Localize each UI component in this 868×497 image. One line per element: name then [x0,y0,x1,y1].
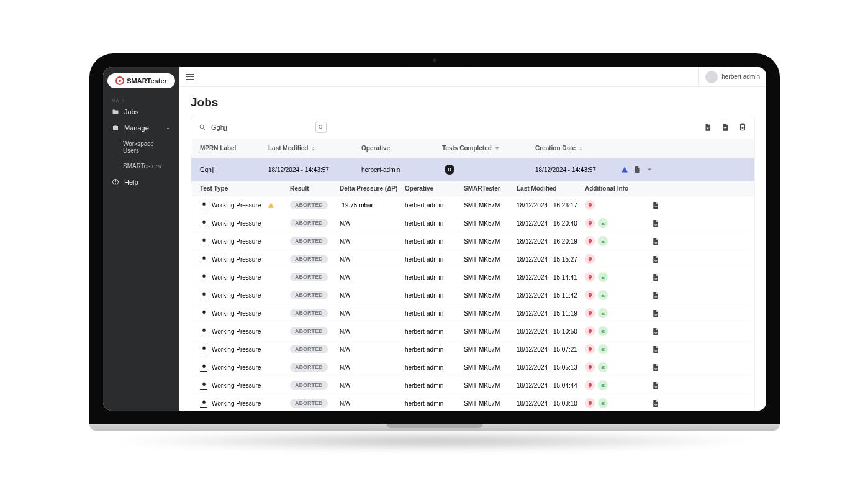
folder-icon [112,108,119,116]
note-icon[interactable] [598,380,608,390]
result-badge: ABORTED [290,273,328,281]
test-row[interactable]: Working PressureABORTEDN/Aherbert-adminS… [191,232,754,250]
test-last-modified: 18/12/2024 - 15:15:27 [517,256,585,263]
location-marker-icon[interactable] [585,272,595,282]
test-row[interactable]: Working PressureABORTEDN/Aherbert-adminS… [191,214,754,232]
pdf-download-icon[interactable] [633,166,641,173]
nav-item-jobs[interactable]: Jobs [103,104,179,120]
test-smartester: SMT-MK57M [464,292,517,299]
delta-value: N/A [340,238,405,245]
note-icon[interactable] [598,218,608,228]
svg-rect-6 [741,124,745,130]
search-button[interactable] [315,122,327,133]
test-row[interactable]: Working PressureABORTEDN/Aherbert-adminS… [191,394,754,411]
pdf-download-icon[interactable]: PDF [651,201,659,209]
note-icon[interactable] [598,290,608,300]
test-row[interactable]: Working PressureABORTEDN/Aherbert-adminS… [191,286,754,304]
pdf-download-icon[interactable]: PDF [651,291,659,299]
col-last-modified[interactable]: Last Modified [268,145,361,152]
topbar: herbert admin [179,67,766,87]
location-marker-icon[interactable] [585,326,595,336]
note-icon[interactable] [598,362,608,372]
pdf-download-icon[interactable]: PDF [651,381,659,390]
nav-label: SMARTesters [123,163,161,170]
nav-item-help[interactable]: Help [103,174,179,190]
menu-toggle-button[interactable] [186,74,194,80]
brand-name: SMARTester [127,77,167,84]
pdf-download-icon[interactable]: PDF [651,237,659,245]
pdf-download-icon[interactable]: PDF [651,273,659,281]
search-icon [199,124,206,131]
result-badge: ABORTED [290,345,328,353]
chevron-down-icon[interactable] [646,166,653,173]
pdf-download-icon[interactable]: PDF [651,345,659,353]
nav-item-manage[interactable]: Manage [103,120,179,136]
nav-item-workspace-users[interactable]: Workspace Users [103,136,179,158]
svg-text:PDF: PDF [654,368,658,370]
test-last-modified: 18/12/2024 - 16:20:40 [517,220,585,227]
delta-value: N/A [340,382,405,389]
note-icon[interactable] [598,344,608,354]
job-row[interactable]: Gghjj 18/12/2024 - 14:43:57 herbert-admi… [191,158,754,181]
col-tests-completed[interactable]: Tests Completed [442,145,535,152]
note-icon[interactable] [598,326,608,336]
briefcase-icon [112,124,119,132]
svg-text:PDF: PDF [654,386,658,388]
location-marker-icon[interactable] [585,398,595,408]
user-menu[interactable]: herbert admin [698,67,760,86]
test-row[interactable]: Working Pressure ABORTED-19.75 mbarherbe… [191,196,754,214]
location-marker-icon[interactable] [585,200,595,210]
flame-icon [200,255,207,263]
test-row[interactable]: Working PressureABORTEDN/Aherbert-adminS… [191,304,754,322]
location-marker-icon[interactable] [585,308,595,318]
note-icon[interactable] [598,308,608,318]
test-row[interactable]: Working PressureABORTEDN/Aherbert-adminS… [191,376,754,394]
note-icon[interactable] [598,236,608,246]
col-mprn[interactable]: MPRN Label [200,145,268,152]
col-operative[interactable]: Operative [361,145,442,152]
location-marker-icon[interactable] [585,344,595,354]
test-type-label: Working Pressure [212,292,261,299]
location-marker-icon[interactable] [585,380,595,390]
location-marker-icon[interactable] [585,362,595,372]
pdf-download-icon[interactable]: PDF [651,327,659,335]
col-smartester: SMARTester [464,185,517,192]
export-csv-icon[interactable] [721,123,730,132]
pdf-download-icon[interactable]: PDF [651,363,659,372]
location-marker-icon[interactable] [585,290,595,300]
delta-value: N/A [340,346,405,353]
test-type-label: Working Pressure [212,346,261,353]
svg-point-2 [200,125,204,129]
pdf-download-icon[interactable]: PDF [651,309,659,317]
nav-item-smartesters[interactable]: SMARTesters [103,158,179,174]
test-smartester: SMT-MK57M [464,202,517,209]
test-row[interactable]: Working PressureABORTEDN/Aherbert-adminS… [191,322,754,340]
result-badge: ABORTED [290,291,328,299]
note-icon[interactable] [598,272,608,282]
note-icon[interactable] [598,398,608,408]
test-row[interactable]: Working PressureABORTEDN/Aherbert-adminS… [191,250,754,268]
search-input[interactable] [211,121,310,134]
export-file-icon[interactable] [703,123,712,132]
test-operative: herbert-admin [405,328,464,335]
location-marker-icon[interactable] [585,254,595,264]
test-row[interactable]: Working PressureABORTEDN/Aherbert-adminS… [191,268,754,286]
warning-icon[interactable] [621,166,628,173]
result-badge: ABORTED [290,237,328,245]
flame-icon [200,291,207,299]
user-name: herbert admin [721,73,760,80]
pdf-download-icon[interactable]: PDF [651,399,659,408]
test-smartester: SMT-MK57M [464,382,517,389]
col-creation-date[interactable]: Creation Date [535,145,628,152]
delta-value: N/A [340,328,405,335]
test-row[interactable]: Working PressureABORTEDN/Aherbert-adminS… [191,358,754,376]
location-marker-icon[interactable] [585,236,595,246]
nav-label: Workspace Users [123,140,171,154]
clipboard-cancel-icon[interactable] [738,123,747,132]
location-marker-icon[interactable] [585,218,595,228]
delta-value: N/A [340,274,405,281]
pdf-download-icon[interactable]: PDF [651,219,659,227]
pdf-download-icon[interactable]: PDF [651,255,659,263]
test-row[interactable]: Working PressureABORTEDN/Aherbert-adminS… [191,340,754,358]
col-result: Result [290,185,340,192]
